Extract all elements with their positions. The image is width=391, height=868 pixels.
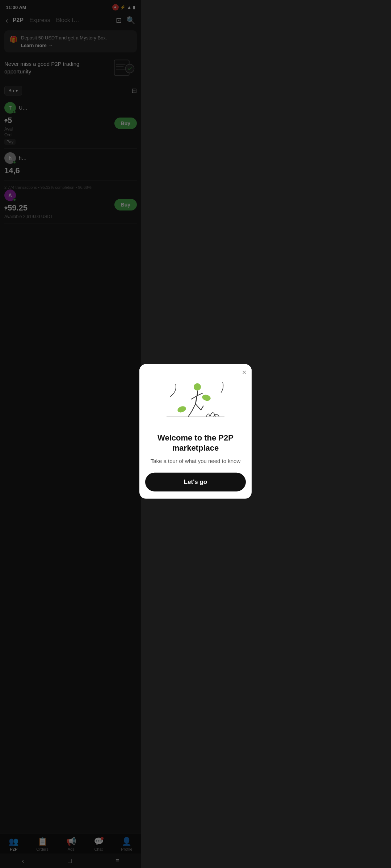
modal-overlay bbox=[0, 0, 141, 307]
